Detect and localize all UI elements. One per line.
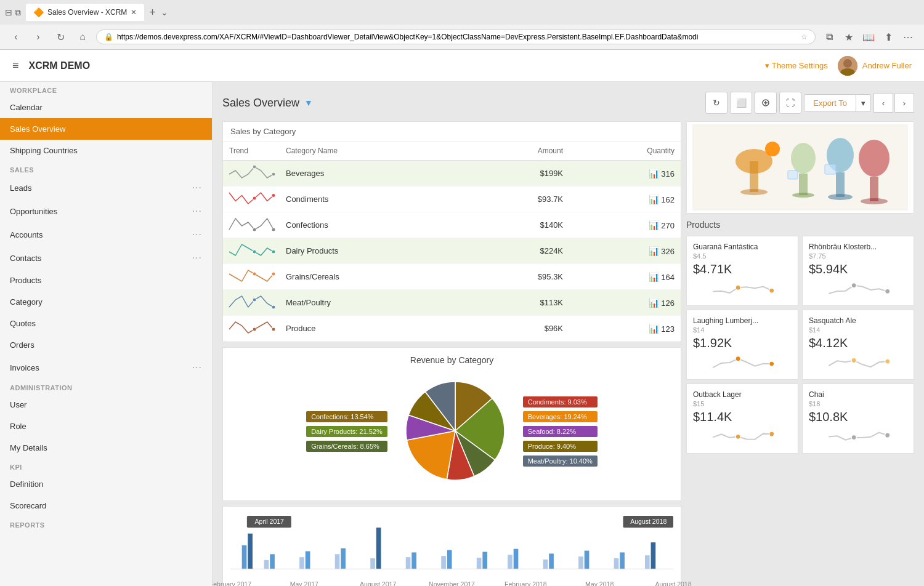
quantity-cell: 📊 162 bbox=[569, 187, 681, 212]
sidebar-item-accounts[interactable]: Accounts ··· bbox=[0, 223, 212, 246]
nav-next-button[interactable]: › bbox=[894, 93, 914, 113]
legend-item[interactable]: Grains/Cereals: 8.65% bbox=[306, 441, 387, 452]
theme-settings-button[interactable]: ▾ Theme Settings bbox=[765, 61, 828, 70]
kpi-section-header: KPI bbox=[0, 459, 212, 473]
export-button[interactable]: Export To ▾ bbox=[804, 94, 871, 112]
product-card[interactable]: Outback Lager $15 $11.4K bbox=[686, 383, 798, 454]
sidebar-item-leads[interactable]: Leads ··· bbox=[0, 176, 212, 199]
svg-rect-58 bbox=[750, 161, 758, 192]
url-input[interactable] bbox=[117, 33, 797, 41]
product-price-small: $7.75 bbox=[809, 252, 907, 260]
leads-menu-dots[interactable]: ··· bbox=[192, 182, 202, 193]
sidebar-item-contacts[interactable]: Contacts ··· bbox=[0, 246, 212, 270]
invoices-menu-dots[interactable]: ··· bbox=[192, 362, 202, 373]
svg-text:November 2017: November 2017 bbox=[429, 580, 475, 586]
product-card[interactable]: Chai $18 $10.8K bbox=[802, 383, 914, 454]
product-name: Sasquatch Ale bbox=[809, 316, 907, 325]
new-tab-button[interactable]: + bbox=[149, 6, 156, 19]
product-sparkline bbox=[809, 353, 907, 373]
sidebar-item-role[interactable]: Role bbox=[0, 415, 212, 437]
svg-point-11 bbox=[272, 250, 275, 254]
product-card[interactable]: Rhönbräu Klosterb... $7.75 $5.94K bbox=[802, 236, 914, 306]
table-row: Condiments $93.7K 📊 162 bbox=[223, 187, 681, 212]
legend-item[interactable]: Confections: 13.54% bbox=[306, 411, 387, 422]
bar-chart-icon[interactable]: 📊 bbox=[649, 195, 659, 204]
bar-chart-icon[interactable]: 📊 bbox=[649, 298, 659, 308]
tab-more-button[interactable]: ⌄ bbox=[161, 7, 168, 17]
product-card[interactable]: Sasquatch Ale $14 $4.12K bbox=[802, 310, 914, 380]
sidebar-item-invoices[interactable]: Invoices ··· bbox=[0, 356, 212, 379]
browser-tab[interactable]: 🔶 Sales Overview - XCRM ✕ bbox=[26, 4, 144, 21]
hamburger-icon[interactable]: ≡ bbox=[12, 59, 19, 72]
sidebar-item-category[interactable]: Category bbox=[0, 291, 212, 313]
refresh-dashboard-button[interactable]: ↻ bbox=[705, 92, 727, 114]
favorites-button[interactable]: ★ bbox=[840, 28, 857, 46]
svg-point-75 bbox=[885, 289, 890, 294]
sidebar-item-shipping-countries[interactable]: Shipping Countries bbox=[0, 140, 212, 161]
refresh-button[interactable]: ↻ bbox=[52, 28, 69, 46]
svg-point-61 bbox=[791, 143, 816, 174]
fullscreen-button[interactable]: ⛶ bbox=[779, 92, 801, 114]
svg-point-6 bbox=[253, 196, 256, 200]
product-sparkline bbox=[809, 427, 907, 447]
reports-section-header: REPORTS bbox=[0, 516, 212, 531]
svg-point-17 bbox=[272, 327, 275, 331]
legend-item[interactable]: Dairy Products: 21.52% bbox=[306, 426, 387, 437]
svg-point-72 bbox=[736, 285, 740, 290]
reading-mode-button[interactable]: 📖 bbox=[860, 28, 877, 46]
sidebar-item-quotes[interactable]: Quotes bbox=[0, 313, 212, 334]
sidebar-item-products[interactable]: Products bbox=[0, 270, 212, 291]
product-card[interactable]: Laughing Lumberj... $14 $1.92K bbox=[686, 310, 798, 380]
legend-item[interactable]: Beverages: 19.24% bbox=[523, 411, 598, 422]
sidebar-item-my-details[interactable]: My Details bbox=[0, 437, 212, 459]
bar-chart-icon[interactable]: 📊 bbox=[649, 220, 659, 230]
legend-item[interactable]: Seafood: 8.22% bbox=[523, 426, 598, 437]
legend-right: Condiments: 9.03%Beverages: 19.24%Seafoo… bbox=[523, 396, 598, 467]
table-row: Produce $96K 📊 123 bbox=[223, 316, 681, 342]
bar-chart-icon[interactable]: 📊 bbox=[649, 246, 659, 256]
share-button[interactable]: ⬆ bbox=[880, 28, 897, 46]
filter-icon[interactable]: ▼ bbox=[304, 98, 313, 108]
sidebar-item-user[interactable]: User bbox=[0, 394, 212, 415]
dashboard-title: Sales Overview ▼ bbox=[222, 97, 313, 110]
bar-chart-icon[interactable]: 📊 bbox=[649, 324, 659, 334]
home-button[interactable]: ⌂ bbox=[74, 28, 91, 46]
svg-point-4 bbox=[253, 165, 256, 169]
product-price-small: $15 bbox=[693, 400, 792, 407]
menu-button[interactable]: ⋯ bbox=[899, 28, 917, 46]
sidebar-item-opportunities[interactable]: Opportunities ··· bbox=[0, 199, 212, 223]
timeseries-chart[interactable]: February 2017May 2017August 2017November… bbox=[230, 514, 673, 586]
svg-point-80 bbox=[736, 434, 740, 439]
opportunities-menu-dots[interactable]: ··· bbox=[192, 206, 202, 217]
amount-cell: $224K bbox=[463, 238, 569, 264]
category-name-cell: Produce bbox=[280, 316, 463, 342]
svg-rect-36 bbox=[543, 560, 548, 569]
back-button[interactable]: ‹ bbox=[7, 28, 25, 46]
pie-chart[interactable] bbox=[400, 375, 511, 488]
bar-chart-icon[interactable]: 📊 bbox=[649, 169, 659, 179]
contacts-menu-dots[interactable]: ··· bbox=[192, 252, 202, 263]
sidebar-item-definition[interactable]: Definition bbox=[0, 473, 212, 495]
legend-item[interactable]: Meat/Poultry: 10.40% bbox=[523, 456, 598, 467]
accounts-menu-dots[interactable]: ··· bbox=[192, 229, 202, 240]
tab-close-button[interactable]: ✕ bbox=[131, 8, 137, 17]
legend-item[interactable]: Condiments: 9.03% bbox=[523, 396, 598, 407]
user-profile-button[interactable]: Andrew Fuller bbox=[838, 56, 912, 76]
edit-dashboard-button[interactable] bbox=[755, 92, 777, 114]
svg-rect-68 bbox=[870, 177, 878, 201]
extensions-button[interactable]: ⧉ bbox=[821, 28, 838, 46]
bar-chart-icon[interactable]: 📊 bbox=[649, 272, 659, 282]
sidebar-item-sales-overview[interactable]: Sales Overview bbox=[0, 118, 212, 140]
product-card[interactable]: Guaraná Fantástica $4.5 $4.71K bbox=[686, 236, 798, 306]
nav-prev-button[interactable]: ‹ bbox=[873, 93, 893, 113]
sidebar-item-orders[interactable]: Orders bbox=[0, 334, 212, 356]
product-name: Chai bbox=[809, 390, 907, 399]
sidebar-item-calendar[interactable]: Calendar bbox=[0, 97, 212, 118]
quantity-cell: 📊 316 bbox=[569, 161, 681, 187]
svg-rect-33 bbox=[482, 552, 487, 569]
share-dashboard-button[interactable]: ⬜ bbox=[730, 92, 752, 114]
address-bar[interactable]: 🔒 ☆ bbox=[96, 30, 816, 44]
sidebar-item-scorecard[interactable]: Scorecard bbox=[0, 495, 212, 516]
forward-button[interactable]: › bbox=[30, 28, 47, 46]
legend-item[interactable]: Produce: 9.40% bbox=[523, 441, 598, 452]
